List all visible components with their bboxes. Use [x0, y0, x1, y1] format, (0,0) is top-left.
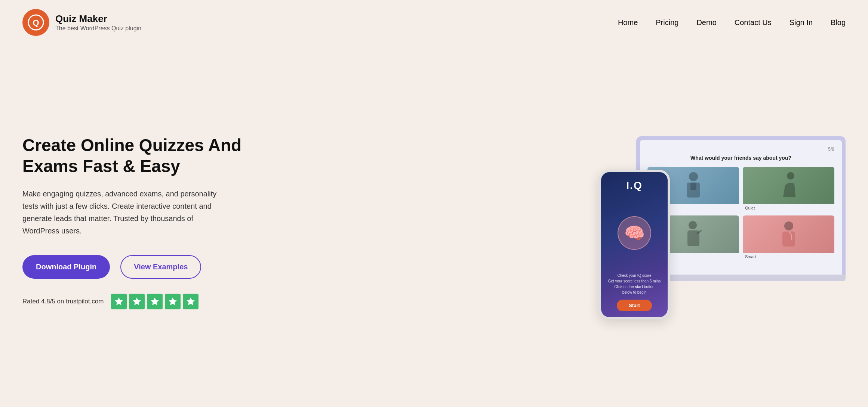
quiz-option-smart-image [743, 215, 834, 253]
trustpilot-link[interactable]: Rated 4.8/5 on trustpilot.com [22, 298, 104, 305]
laptop-screen: 5/8 What would your friends say about yo… [640, 140, 842, 275]
brain-icon: 🧠 [624, 223, 645, 243]
phone-screen: I.Q 🧠 Check your IQ score Get your score… [601, 172, 668, 317]
hero-section: Create Online Quizzes And Exams Fast & E… [0, 45, 868, 407]
quiet-image-placeholder [743, 167, 834, 204]
logo-title: Quiz Maker [55, 13, 141, 25]
quiz-option-quiet-image [743, 167, 834, 204]
phone-mockup: I.Q 🧠 Check your IQ score Get your score… [599, 170, 670, 319]
nav-contact[interactable]: Contact Us [735, 18, 772, 27]
quiz-maker-logo-svg: Q [28, 14, 44, 31]
nav-pricing[interactable]: Pricing [656, 18, 678, 27]
view-examples-button[interactable]: View Examples [120, 255, 201, 279]
star-2 [129, 294, 145, 309]
quiz-options-grid: Kind Quiet [647, 167, 834, 260]
nav-home[interactable]: Home [618, 18, 638, 27]
svg-rect-10 [782, 232, 795, 247]
hero-buttons: Download Plugin View Examples [22, 255, 247, 279]
phone-iq-title: I.Q [626, 180, 642, 192]
quiz-counter: 5/8 [647, 147, 834, 152]
hero-left: Create Online Quizzes And Exams Fast & E… [22, 135, 247, 309]
quiz-option-smart: Smart [743, 215, 834, 260]
smart-image-placeholder [743, 215, 834, 253]
phone-description: Check your IQ score Get your score less … [608, 273, 661, 295]
download-plugin-button[interactable]: Download Plugin [22, 255, 110, 279]
hero-description: Make engaging quizzes, advanced exams, a… [22, 188, 232, 237]
quiet-label: Quiet [743, 204, 834, 212]
logo-icon: Q [22, 9, 49, 36]
rating-area: Rated 4.8/5 on trustpilot.com [22, 294, 247, 309]
logo-area: Q Quiz Maker The best WordPress Quiz plu… [22, 9, 141, 36]
quiz-option-quiet: Quiet [743, 167, 834, 212]
phone-brain-area: 🧠 [618, 193, 651, 273]
svg-point-9 [784, 221, 793, 230]
star-5 [183, 294, 198, 309]
star-rating [111, 294, 198, 309]
star-1 [111, 294, 127, 309]
hero-headline: Create Online Quizzes And Exams Fast & E… [22, 135, 247, 176]
brain-circle: 🧠 [618, 216, 651, 250]
quiz-question: What would your friends say about you? [647, 155, 834, 161]
header: Q Quiz Maker The best WordPress Quiz plu… [0, 0, 868, 45]
nav-blog[interactable]: Blog [831, 18, 846, 27]
logo-subtitle: The best WordPress Quiz plugin [55, 25, 141, 32]
smart-label: Smart [743, 253, 834, 260]
nav-signin[interactable]: Sign In [789, 18, 813, 27]
svg-text:Q: Q [33, 18, 39, 27]
logo-text-area: Quiz Maker The best WordPress Quiz plugi… [55, 13, 141, 31]
nav-demo[interactable]: Demo [696, 18, 716, 27]
svg-rect-4 [690, 183, 696, 190]
svg-point-6 [689, 221, 697, 229]
svg-point-5 [787, 172, 794, 180]
hero-devices: 5/8 What would your friends say about yo… [591, 125, 846, 319]
phone-start-button[interactable]: Start [617, 300, 652, 311]
svg-point-2 [689, 172, 698, 181]
main-nav: Home Pricing Demo Contact Us Sign In Blo… [618, 18, 846, 27]
star-4 [165, 294, 181, 309]
star-3 [147, 294, 163, 309]
